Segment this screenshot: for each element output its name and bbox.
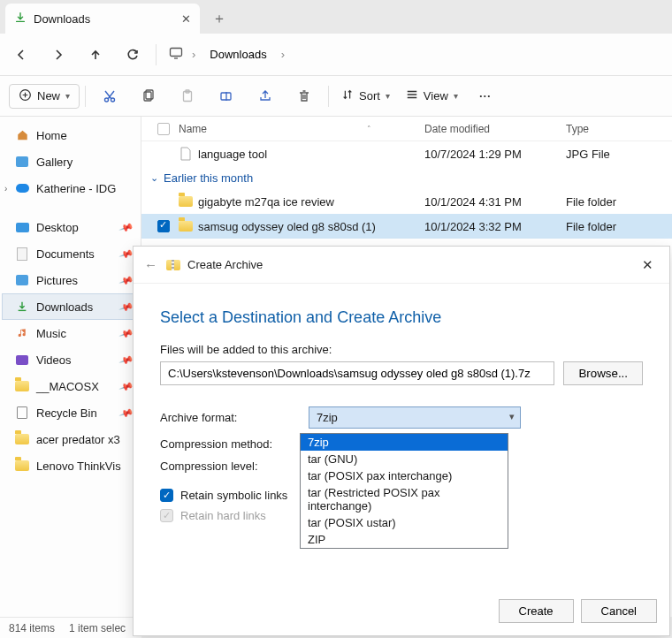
- tab-downloads[interactable]: Downloads ✕: [5, 4, 200, 34]
- address-bar[interactable]: › Downloads ›: [162, 44, 285, 65]
- sidebar-item-gallery[interactable]: Gallery: [2, 148, 139, 175]
- dropdown-option[interactable]: tar (GNU): [301, 451, 508, 467]
- refresh-button[interactable]: [115, 39, 150, 71]
- sidebar-item-onedrive[interactable]: ›Katherine - IDG: [2, 175, 139, 201]
- tab-label: Downloads: [34, 12, 174, 26]
- column-headers[interactable]: Name˄ Date modified Type: [141, 117, 672, 141]
- status-bar: 814 items 1 item selec: [0, 617, 141, 638]
- sidebar-item-downloads[interactable]: Downloads📌: [2, 293, 139, 320]
- back-button[interactable]: [4, 39, 39, 71]
- sidebar-item-folder[interactable]: __MACOSX📌: [2, 373, 139, 399]
- archive-path-input[interactable]: [160, 361, 554, 385]
- dropdown-option[interactable]: tar (POSIX pax interchange): [301, 467, 508, 484]
- toolbar: New ▾ Sort ▾ View ▾ ···: [0, 76, 672, 117]
- sidebar-item-label: Pictures: [36, 274, 78, 287]
- sidebar-item-music[interactable]: Music📌: [2, 320, 139, 346]
- sort-button[interactable]: Sort ▾: [334, 88, 397, 103]
- view-button[interactable]: View ▾: [399, 88, 465, 103]
- sidebar-item-folder[interactable]: acer predator x3: [2, 426, 139, 452]
- sidebar-item-label: Home: [36, 129, 67, 142]
- gallery-icon: [15, 155, 29, 169]
- file-row[interactable]: gigabyte m27qa ice review 10/1/2024 4:31…: [141, 189, 672, 214]
- group-header[interactable]: ⌄Earlier this month: [141, 166, 672, 189]
- sidebar-item-home[interactable]: Home: [2, 122, 139, 148]
- new-button[interactable]: New ▾: [9, 84, 80, 109]
- sidebar-item-label: Music: [36, 327, 66, 340]
- dropdown-option[interactable]: 7zip: [301, 434, 508, 451]
- video-icon: [15, 353, 29, 367]
- compression-level-label: Compression level:: [160, 460, 302, 473]
- chevron-right-icon: ›: [281, 48, 285, 61]
- select-all-checkbox[interactable]: [157, 123, 170, 135]
- browse-button[interactable]: Browse...: [563, 361, 643, 385]
- more-button[interactable]: ···: [467, 81, 504, 111]
- desktop-icon: [15, 220, 29, 234]
- format-dropdown: 7zip tar (GNU) tar (POSIX pax interchang…: [300, 433, 508, 549]
- folder-icon: [179, 194, 193, 209]
- new-label: New: [37, 89, 60, 103]
- chevron-right-icon[interactable]: ›: [4, 184, 7, 194]
- folder-icon: [15, 459, 29, 473]
- archive-format-select[interactable]: 7zip: [309, 406, 521, 429]
- cut-button[interactable]: [91, 81, 128, 111]
- separator: [156, 44, 157, 65]
- music-icon: [15, 326, 29, 340]
- zip-folder-icon: [166, 258, 180, 272]
- chevron-down-icon: ▾: [65, 91, 70, 101]
- dropdown-option[interactable]: tar (POSIX ustar): [301, 514, 508, 531]
- delete-button[interactable]: [286, 81, 323, 111]
- dialog-crumb: Create Archive: [187, 258, 263, 271]
- chevron-down-icon: ▾: [454, 91, 458, 101]
- back-icon[interactable]: ←: [144, 257, 157, 272]
- sidebar-item-label: Downloads: [36, 300, 93, 314]
- dropdown-option[interactable]: tar (Restricted POSIX pax interchange): [301, 484, 508, 514]
- sort-label: Sort: [359, 89, 380, 103]
- cancel-button[interactable]: Cancel: [581, 599, 657, 623]
- sidebar-item-videos[interactable]: Videos📌: [2, 346, 139, 373]
- copy-button[interactable]: [130, 81, 167, 111]
- download-icon: [15, 300, 29, 314]
- share-button[interactable]: [247, 81, 284, 111]
- folder-icon: [15, 432, 29, 446]
- col-name: Name: [179, 123, 207, 135]
- file-row[interactable]: samsug odyssey oled g8 s80sd (1) 10/1/20…: [141, 214, 672, 239]
- forward-button[interactable]: [41, 39, 76, 71]
- file-name: samsug odyssey oled g8 s80sd (1): [198, 220, 376, 233]
- sidebar-item-documents[interactable]: Documents📌: [2, 240, 139, 267]
- format-value: 7zip: [317, 411, 338, 424]
- sidebar-item-recycle[interactable]: Recycle Bin📌: [2, 399, 139, 426]
- new-tab-button[interactable]: ＋: [209, 6, 230, 32]
- sidebar-item-label: Recycle Bin: [36, 406, 97, 420]
- separator: [328, 86, 329, 107]
- up-button[interactable]: [78, 39, 113, 71]
- nav-bar: › Downloads ›: [0, 34, 672, 76]
- close-tab-icon[interactable]: ✕: [181, 12, 191, 26]
- sidebar-item-desktop[interactable]: Desktop📌: [2, 214, 139, 240]
- sort-indicator-icon: ˄: [367, 125, 424, 133]
- file-date: 10/1/2024 4:31 PM: [424, 195, 566, 209]
- pictures-icon: [15, 273, 29, 287]
- home-icon: [15, 128, 29, 142]
- create-button[interactable]: Create: [499, 599, 574, 623]
- sidebar-item-label: Documents: [36, 247, 95, 261]
- view-label: View: [424, 89, 448, 103]
- file-row[interactable]: language tool 10/7/2024 1:29 PM JPG File: [141, 141, 672, 166]
- paste-button[interactable]: [169, 81, 206, 111]
- sidebar-item-pictures[interactable]: Pictures📌: [2, 267, 139, 293]
- plus-circle-icon: [19, 88, 32, 104]
- sidebar-item-label: Desktop: [36, 221, 79, 234]
- row-checkbox[interactable]: [157, 220, 170, 232]
- breadcrumb-current[interactable]: Downloads: [204, 44, 271, 65]
- dialog-heading: Select a Destination and Create Archive: [160, 308, 643, 327]
- dropdown-option[interactable]: ZIP: [301, 531, 508, 548]
- download-icon: [14, 11, 27, 27]
- sidebar: Home Gallery ›Katherine - IDG Desktop📌 D…: [0, 117, 141, 617]
- close-button[interactable]: ✕: [636, 254, 659, 277]
- file-date: 10/7/2024 1:29 PM: [424, 148, 566, 161]
- chevron-down-icon: ▾: [386, 91, 390, 101]
- rename-button[interactable]: [208, 81, 245, 111]
- sidebar-item-folder[interactable]: Lenovo ThinkVis: [2, 452, 139, 479]
- file-type: File folder: [566, 220, 672, 233]
- tab-bar: Downloads ✕ ＋: [0, 0, 672, 34]
- col-type: Type: [566, 123, 672, 135]
